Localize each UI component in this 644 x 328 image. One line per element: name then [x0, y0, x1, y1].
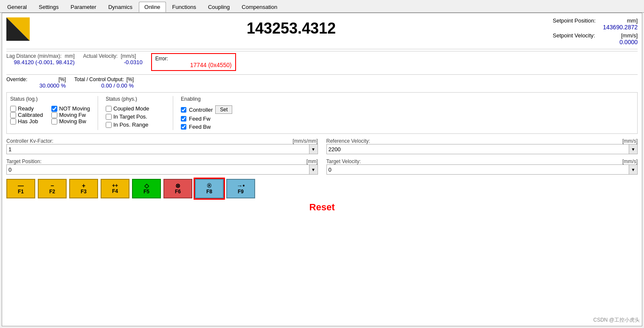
status-calibrated-checkbox[interactable]: [10, 112, 16, 118]
f2-button[interactable]: − F2: [38, 179, 67, 198]
f2-label: F2: [49, 189, 55, 195]
f6-icon: ⊗: [175, 183, 180, 189]
actual-velocity-value: -0.0310: [83, 59, 143, 65]
status-hasjob-checkbox[interactable]: [10, 119, 16, 124]
f8-button[interactable]: ® F8: [195, 179, 224, 198]
f4-button[interactable]: ++ F4: [101, 179, 129, 198]
reset-label: Reset: [6, 202, 638, 213]
set-button[interactable]: Set: [215, 105, 232, 114]
setpoint-section: Setpoint Position: mm] 143690.2872 Setpo…: [553, 17, 638, 45]
f4-icon: ++: [112, 183, 118, 188]
target-velocity-unit: [mm/s]: [622, 158, 638, 164]
tab-settings[interactable]: Settings: [33, 2, 64, 12]
status-calibrated-label: Calibrated: [18, 112, 43, 118]
status-calibrated-row: Calibrated: [10, 112, 43, 118]
status-intarget-row: In Target Pos.: [106, 113, 165, 120]
f9-button[interactable]: →• F9: [226, 179, 255, 198]
enabling-controller-row: Controller Set: [181, 105, 257, 114]
flag-icon: [6, 17, 30, 41]
status-movingbw-row: Moving Bw: [51, 118, 90, 124]
f5-button[interactable]: ◇ F5: [132, 179, 161, 198]
params-row-2: Target Position: [mm] ▼ Target Velocity:…: [6, 158, 638, 175]
error-value: 17744 (0x4550): [155, 62, 232, 68]
lag-distance-group: Lag Distance (min/max): mm] 98.4120 (-0.…: [6, 53, 83, 71]
enabling-controller-checkbox[interactable]: [181, 107, 186, 113]
kv-factor-down-btn[interactable]: ▼: [309, 144, 318, 154]
f6-button[interactable]: ⊗ F6: [163, 179, 192, 198]
status-row: Status (log.) Ready Calibrated: [6, 92, 638, 134]
override-label: Override:: [6, 76, 27, 82]
status-inrange-checkbox[interactable]: [106, 122, 112, 128]
setpoint-position-unit: mm]: [627, 17, 638, 24]
f5-icon: ◇: [144, 183, 149, 189]
actual-velocity-group: Actual Velocity: [mm/s] -0.0310: [83, 53, 151, 71]
override-value: 30.0000 %: [6, 82, 66, 89]
tab-parameter[interactable]: Parameter: [65, 2, 102, 12]
status-ready-checkbox[interactable]: [10, 106, 16, 112]
tab-functions[interactable]: Functions: [167, 2, 202, 12]
status-ready-label: Ready: [18, 105, 34, 112]
tab-online[interactable]: Online: [139, 2, 166, 12]
status-intarget-checkbox[interactable]: [106, 114, 112, 120]
target-velocity-input[interactable]: [327, 166, 629, 174]
position-value: 143253.4312: [34, 17, 548, 37]
status-hasjob-row: Has Job: [10, 118, 43, 124]
tab-dynamics[interactable]: Dynamics: [103, 2, 138, 12]
f3-label: F3: [81, 189, 87, 195]
tab-coupling[interactable]: Coupling: [202, 2, 235, 12]
setpoint-position-label: Setpoint Position:: [553, 17, 596, 24]
watermark: CSDN @工控小虎头: [593, 317, 640, 324]
enabling-feedbw-row: Feed Bw: [181, 124, 257, 130]
override-unit: [%]: [59, 76, 66, 82]
status-log-title: Status (log.): [10, 96, 90, 102]
fbuttons-row: — F1 − F2 + F3 ++ F4 ◇ F5: [6, 179, 638, 198]
enabling-feedfw-checkbox[interactable]: [181, 116, 186, 122]
status-intarget-label: In Target Pos.: [113, 113, 147, 120]
kv-factor-unit: [mm/s/mm]: [292, 138, 318, 144]
target-velocity-input-row: ▼: [326, 164, 638, 175]
override-row: Override: [%] 30.0000 % Total / Control …: [6, 74, 638, 89]
f9-label: F9: [238, 189, 244, 195]
status-divider2: [173, 96, 173, 130]
ref-velocity-input[interactable]: [327, 145, 629, 153]
total-control-value: 0.00 / 0.00 %: [74, 82, 134, 89]
status-movingbw-checkbox[interactable]: [51, 119, 57, 124]
tab-general[interactable]: General: [2, 2, 32, 12]
content-area: 143253.4312 Setpoint Position: mm] 14369…: [2, 13, 642, 326]
status-hasjob-label: Has Job: [18, 118, 38, 124]
status-notmoving-checkbox[interactable]: [51, 106, 57, 112]
enabling-feedbw-checkbox[interactable]: [181, 124, 186, 130]
enabling-feedfw-row: Feed Fw: [181, 116, 257, 122]
setpoint-velocity-value: 0.0000: [619, 39, 638, 45]
lag-distance-value: 98.4120 (-0.001, 98.412): [6, 59, 75, 65]
kv-factor-input-row: ▼: [6, 144, 318, 154]
ref-velocity-unit: [mm/s]: [622, 138, 638, 144]
enabling-feedbw-label: Feed Bw: [189, 124, 211, 130]
actual-velocity-unit: [mm/s]: [121, 53, 136, 59]
total-control-label: Total / Control Output:: [74, 76, 124, 82]
target-velocity-group: Target Velocity: [mm/s] ▼: [326, 158, 638, 175]
status-log-col1: Ready Calibrated Has Job: [10, 105, 43, 124]
tab-compensation[interactable]: Compensation: [236, 2, 283, 12]
lag-distance-label: Lag Distance (min/max):: [6, 53, 62, 59]
enabling-section: Enabling Controller Set Feed Fw Feed Bw: [181, 96, 257, 130]
target-velocity-label: Target Velocity:: [326, 158, 361, 164]
status-coupled-checkbox[interactable]: [106, 106, 112, 112]
status-movingfw-checkbox[interactable]: [51, 112, 57, 118]
f1-button[interactable]: — F1: [6, 179, 35, 198]
f6-label: F6: [175, 189, 181, 195]
status-coupled-row: Coupled Mode: [106, 105, 165, 112]
error-label: Error:: [155, 56, 232, 62]
enabling-title: Enabling: [181, 96, 257, 102]
kv-factor-input[interactable]: [7, 145, 309, 153]
ref-velocity-down-btn[interactable]: ▼: [629, 144, 637, 154]
f3-button[interactable]: + F3: [69, 179, 98, 198]
status-inrange-row: In Pos. Range: [106, 122, 165, 128]
target-velocity-down-btn[interactable]: ▼: [629, 165, 637, 174]
status-notmoving-label: NOT Moving: [59, 105, 90, 112]
f2-icon: −: [51, 183, 54, 189]
params-row-1: Controller Kv-Factor: [mm/s/mm] ▼ Refere…: [6, 138, 638, 154]
target-position-down-btn[interactable]: ▼: [309, 165, 318, 174]
target-position-input[interactable]: [7, 166, 309, 174]
f9-icon: →•: [237, 183, 245, 189]
